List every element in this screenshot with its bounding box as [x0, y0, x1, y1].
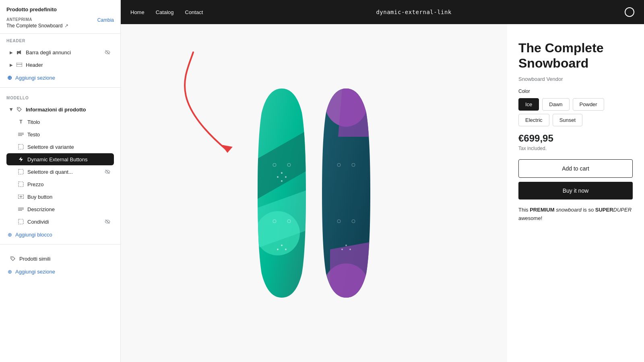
- header-label: Header: [26, 62, 111, 68]
- add-block-label: Aggiungi blocco: [15, 232, 52, 238]
- selettore-variante-label: Selettore di variante: [27, 144, 111, 150]
- sidebar-item-condividi[interactable]: Condividi: [6, 216, 114, 228]
- chevron-right-icon: ▶: [10, 50, 13, 55]
- testo-label: Testo: [27, 132, 111, 138]
- color-option-dawn[interactable]: Dawn: [542, 98, 569, 111]
- svg-rect-11: [19, 169, 23, 174]
- anteprima-row: ANTEPRIMA The Complete Snowboard ↗ Cambi…: [6, 17, 114, 29]
- sidebar-item-barra-annunci[interactable]: ▶ Barra degli annunci: [6, 46, 114, 58]
- svg-rect-1: [17, 53, 18, 54]
- anteprima-label: ANTEPRIMA: [6, 17, 69, 22]
- cambia-link[interactable]: Cambia: [97, 17, 114, 23]
- plus-icon-1: ⊕: [6, 74, 13, 81]
- header-section: HEADER ▶ Barra degli annunci ▶ Header: [0, 34, 120, 71]
- red-arrow: [161, 44, 250, 173]
- color-options: Ice Dawn Powder Electric Sunset: [518, 98, 633, 126]
- nav-brand: dynamic-external-link: [203, 9, 625, 15]
- color-option-powder[interactable]: Powder: [573, 98, 604, 111]
- product-description: This PREMIUM snowboard is so SUPERDUPER …: [518, 206, 633, 223]
- svg-point-50: [349, 249, 351, 250]
- svg-marker-43: [330, 241, 374, 298]
- svg-point-33: [281, 245, 283, 246]
- dynamic-external-buttons-label: Dynamic External Buttons: [27, 156, 111, 162]
- product-vendor: Snowboard Vendor: [518, 76, 633, 82]
- anteprima-block: ANTEPRIMA The Complete Snowboard ↗: [6, 17, 69, 29]
- add-block-button[interactable]: ⊕ Aggiungi blocco: [0, 228, 120, 241]
- sidebar-item-dynamic-external-buttons[interactable]: Dynamic External Buttons: [6, 153, 114, 165]
- informazioni-prodotto-label: Informazioni di prodotto: [26, 107, 111, 113]
- titolo-label: Titolo: [27, 119, 111, 125]
- chevron-right-icon-header: ▶: [10, 63, 13, 67]
- color-option-sunset[interactable]: Sunset: [553, 114, 582, 126]
- product-tax: Tax included.: [518, 146, 633, 151]
- svg-point-6: [18, 108, 19, 109]
- header-block-icon: [16, 62, 23, 68]
- eye-icon-quantita: [104, 169, 111, 175]
- tag-icon-prodotti: [10, 255, 16, 262]
- bracket-icon-selettore: [18, 144, 24, 150]
- sidebar-top: Prodotto predefinito ANTEPRIMA The Compl…: [0, 0, 120, 34]
- sidebar-item-header[interactable]: ▶ Header: [6, 59, 114, 71]
- prodotti-simili-label: Prodotti simili: [19, 256, 111, 262]
- divider-1: [0, 87, 120, 88]
- lines-icon-descrizione: [18, 206, 24, 212]
- main-content: Home Catalog Contact dynamic-external-li…: [121, 0, 644, 362]
- nav-home[interactable]: Home: [130, 9, 144, 15]
- plus-icon-block: ⊕: [6, 231, 13, 238]
- prodotti-simili-section: Prodotti simili: [0, 248, 120, 265]
- product-price: €699,95: [518, 133, 633, 144]
- sidebar-item-buy-button[interactable]: Buy button: [6, 191, 114, 203]
- product-page: SHOFY: [121, 24, 644, 362]
- lines-icon-testo: [18, 131, 24, 138]
- condividi-label: Condividi: [27, 219, 101, 225]
- snowboard-left: [254, 88, 310, 298]
- add-section-label-2: Aggiungi sezione: [15, 269, 55, 275]
- product-color-label: Color: [518, 88, 633, 94]
- nav-catalog[interactable]: Catalog: [156, 9, 174, 15]
- sidebar-item-testo[interactable]: Testo: [6, 128, 114, 140]
- svg-point-24: [12, 257, 12, 258]
- sidebar-item-selettore-quantita[interactable]: Selettore di quant...: [6, 166, 114, 178]
- sidebar-item-selettore-variante[interactable]: Selettore di variante: [6, 141, 114, 153]
- sidebar-item-prezzo[interactable]: Prezzo: [6, 178, 114, 190]
- add-section-button-1[interactable]: ⊕ Aggiungi sezione: [0, 71, 120, 84]
- product-info: The Complete Snowboard Snowboard Vendor …: [507, 24, 644, 362]
- divider-2: [0, 244, 120, 245]
- nav-links: Home Catalog Contact: [130, 9, 203, 15]
- prezzo-label: Prezzo: [27, 181, 111, 187]
- bracket-icon-condividi: [18, 218, 24, 225]
- sidebar-item-prodotti-simili[interactable]: Prodotti simili: [6, 253, 114, 265]
- buy-now-button[interactable]: Buy it now: [518, 182, 633, 200]
- svg-marker-41: [338, 88, 374, 137]
- svg-point-49: [345, 245, 347, 246]
- nav-circle-icon: [625, 7, 634, 17]
- add-section-label-1: Aggiungi sezione: [15, 75, 55, 81]
- add-section-button-2[interactable]: ⊕ Aggiungi sezione: [0, 265, 120, 278]
- add-to-cart-button[interactable]: Add to cart: [518, 159, 633, 178]
- svg-point-32: [281, 180, 283, 182]
- svg-rect-21: [19, 219, 23, 224]
- bracket-icon-quantita: [18, 169, 24, 175]
- sidebar-item-informazioni-prodotto[interactable]: ▶ Informazioni di prodotto: [6, 103, 114, 115]
- buy-button-label: Buy button: [27, 194, 111, 200]
- color-option-ice[interactable]: Ice: [518, 98, 539, 111]
- modello-section-label: MODELLO: [6, 96, 114, 100]
- barra-annunci-label: Barra degli annunci: [26, 49, 101, 56]
- snowboard-right: SHOFY: [318, 88, 374, 298]
- svg-point-30: [285, 176, 287, 178]
- megaphone-icon: [16, 49, 23, 56]
- descrizione-label: Descrizione: [27, 206, 111, 212]
- svg-point-31: [277, 176, 279, 178]
- sidebar-item-titolo[interactable]: T Titolo: [6, 116, 114, 128]
- bolt-icon: [18, 156, 24, 162]
- svg-point-51: [341, 249, 343, 250]
- modello-section: MODELLO ▶ Informazioni di prodotto T Tit…: [0, 91, 120, 228]
- sidebar: Prodotto predefinito ANTEPRIMA The Compl…: [0, 0, 121, 362]
- sidebar-item-descrizione[interactable]: Descrizione: [6, 203, 114, 215]
- svg-rect-4: [17, 63, 22, 67]
- nav-contact[interactable]: Contact: [185, 9, 203, 15]
- external-link-icon: ↗: [64, 23, 69, 28]
- color-option-electric[interactable]: Electric: [518, 114, 549, 126]
- sidebar-title: Prodotto predefinito: [6, 6, 114, 12]
- top-nav: Home Catalog Contact dynamic-external-li…: [121, 0, 644, 24]
